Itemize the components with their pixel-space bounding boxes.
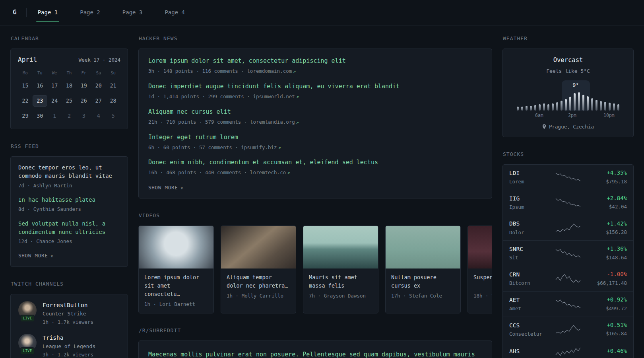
rss-item-title[interactable]: In hac habitasse platea: [18, 196, 120, 204]
stock-row[interactable]: LDI Lorem +4.35% $795.18: [503, 165, 633, 190]
rss-show-more-button[interactable]: SHOW MORE ∨: [18, 252, 53, 259]
video-card[interactable]: Lorem ipsum dolor sit amet consectetu… 1…: [138, 226, 214, 313]
calendar-day[interactable]: 4: [91, 110, 106, 122]
calendar-day[interactable]: 26: [76, 95, 91, 107]
external-link-icon[interactable]: ↗: [278, 145, 281, 150]
external-link-icon[interactable]: ↗: [296, 94, 299, 99]
calendar-day[interactable]: 29: [18, 110, 33, 122]
hackernews-item-title[interactable]: Lorem ipsum dolor sit amet, consectetur …: [148, 57, 482, 65]
calendar-day[interactable]: 17: [47, 80, 62, 91]
weather-bar: [596, 100, 597, 111]
external-link-icon[interactable]: ↗: [293, 68, 296, 74]
twitch-channel-game[interactable]: Counter-Strike: [43, 310, 93, 317]
stock-ticker: AET: [509, 296, 547, 304]
calendar-weekday: We: [47, 70, 62, 77]
rss-section-label: RSS FEED: [11, 143, 128, 150]
calendar-day[interactable]: 22: [18, 95, 33, 107]
stock-change: +4.35%: [589, 169, 627, 177]
app-logo[interactable]: G: [13, 8, 27, 17]
external-link-icon[interactable]: ↗: [296, 119, 299, 125]
calendar-day[interactable]: 3: [76, 110, 91, 122]
rss-item: Sed volutpat nulla nisl, a condimentum n…: [18, 220, 120, 245]
hackernews-item-meta: 21h · 710 points · 579 comments · loreml…: [148, 119, 482, 126]
hackernews-item-title[interactable]: Aliquam nec cursus elit: [148, 108, 482, 116]
sparkline-svg: [555, 172, 581, 182]
twitch-channel-name[interactable]: Trisha: [43, 334, 95, 342]
calendar-day[interactable]: 16: [33, 80, 47, 91]
stock-row[interactable]: IIG Ipsum +2.84% $42.04: [503, 190, 633, 215]
rss-item-title[interactable]: Sed volutpat nulla nisl, a condimentum n…: [18, 220, 120, 237]
calendar-day[interactable]: 21: [106, 80, 120, 91]
sparkline-svg: [555, 223, 581, 233]
weather-bar: [604, 102, 606, 111]
calendar-section-label: CALENDAR: [11, 35, 128, 42]
hackernews-item-title[interactable]: Integer eget rutrum lorem: [148, 133, 482, 142]
page-tab[interactable]: Page 2: [79, 7, 101, 18]
page-tab[interactable]: Page 3: [122, 7, 144, 18]
page-tab[interactable]: Page 4: [164, 7, 186, 18]
weather-bar: [539, 104, 541, 111]
rss-item-title[interactable]: Donec tempor eros leo, ut commodo mauris…: [18, 163, 120, 181]
video-title[interactable]: Lorem ipsum dolor sit amet consectetu…: [144, 273, 208, 298]
calendar-day[interactable]: 28: [106, 95, 120, 107]
hackernews-show-more-button[interactable]: SHOW MORE ∨: [148, 184, 183, 191]
subreddit-post-title[interactable]: Maecenas mollis pulvinar erat non posuer…: [148, 350, 482, 358]
calendar-day[interactable]: 23: [33, 95, 47, 107]
hackernews-item-title[interactable]: Donec enim nibh, condimentum et accumsan…: [148, 158, 482, 167]
twitch-channel-game[interactable]: League of Legends: [43, 343, 95, 350]
external-link-icon[interactable]: ↗: [287, 170, 290, 175]
stock-row[interactable]: CRN Bitcorn -1.00% $66,171.48: [503, 266, 633, 291]
page-tab[interactable]: Page 1: [37, 7, 59, 18]
video-title[interactable]: Mauris sit amet massa felis: [309, 273, 372, 290]
video-card[interactable]: Mauris sit amet massa felis 7h · Grayson…: [303, 226, 378, 313]
avatar[interactable]: LIVE: [18, 334, 37, 352]
stock-price: $499.72: [589, 305, 627, 312]
stock-row[interactable]: DBS Dolor +1.42% $156.28: [503, 215, 633, 240]
video-title[interactable]: Nullam posuere cursus ex: [391, 273, 455, 290]
calendar-day[interactable]: 27: [91, 95, 106, 107]
rss-item-meta: 8d · Cynthia Saunders: [18, 206, 120, 213]
calendar-day[interactable]: 18: [62, 80, 77, 91]
weather-bar: [547, 104, 549, 111]
weather-bar: [574, 93, 576, 111]
video-card[interactable]: Nullam posuere cursus ex 17h · Stefan Co…: [385, 226, 461, 313]
stock-values: +2.84% $42.04: [589, 195, 627, 210]
video-card[interactable]: Aliquam tempor dolor nec pharetra… 1h · …: [221, 226, 296, 313]
calendar-day[interactable]: 15: [18, 80, 33, 91]
calendar-day[interactable]: 20: [91, 80, 106, 91]
video-title[interactable]: Aliquam tempor dolor nec pharetra…: [227, 273, 290, 290]
subreddit-section-label: /R/SUBREDDIT: [139, 327, 492, 334]
avatar[interactable]: LIVE: [18, 301, 37, 319]
video-thumbnail: [221, 226, 296, 268]
calendar-weekday: Fr: [76, 70, 91, 77]
twitch-section-label: TWITCH CHANNELS: [11, 280, 128, 288]
stock-row[interactable]: AHS +0.46%: [503, 342, 633, 358]
calendar-day[interactable]: 1: [47, 110, 62, 122]
stock-price: $795.18: [589, 178, 627, 185]
weather-location-row: Prague, Czechia: [511, 123, 625, 130]
hackernews-item-meta: 6h · 60 points · 57 comments · ipsumify.…: [148, 144, 482, 151]
hackernews-item-meta: 1d · 1,414 points · 299 comments · ipsum…: [148, 93, 482, 100]
calendar-day[interactable]: 30: [33, 110, 47, 122]
weather-condition: Overcast: [511, 56, 625, 65]
twitch-channel-name[interactable]: ForrestButton: [43, 301, 93, 309]
stock-row[interactable]: SNRC Sit +1.36% $148.64: [503, 240, 633, 266]
videos-widget: VIDEOS Lorem ipsum dolor sit amet consec…: [138, 212, 492, 313]
stock-row[interactable]: AET Amet +0.92% $499.72: [503, 291, 633, 317]
calendar-day[interactable]: 24: [47, 95, 62, 107]
stock-price: $66,171.48: [589, 280, 627, 287]
video-card[interactable]: Suspendisse diam 18h · Tara: [467, 226, 492, 313]
stock-sparkline: [551, 273, 585, 284]
weather-bar: [591, 98, 593, 111]
calendar-day[interactable]: 19: [76, 80, 91, 91]
weather-chart: 9° 6am2pm10pm: [516, 80, 621, 119]
calendar-day[interactable]: 25: [62, 95, 77, 107]
stock-change: +0.92%: [589, 296, 627, 304]
video-body: Nullam posuere cursus ex 17h · Stefan Co…: [386, 268, 460, 305]
calendar-day[interactable]: 2: [62, 110, 77, 122]
stock-row[interactable]: CCS Consectetur +0.51% $165.84: [503, 317, 633, 342]
hackernews-item-title[interactable]: Donec imperdiet augue tincidunt felis al…: [148, 82, 482, 91]
stock-ticker: LDI: [509, 169, 547, 177]
video-title[interactable]: Suspendisse diam: [473, 273, 492, 290]
calendar-day[interactable]: 5: [106, 110, 120, 122]
